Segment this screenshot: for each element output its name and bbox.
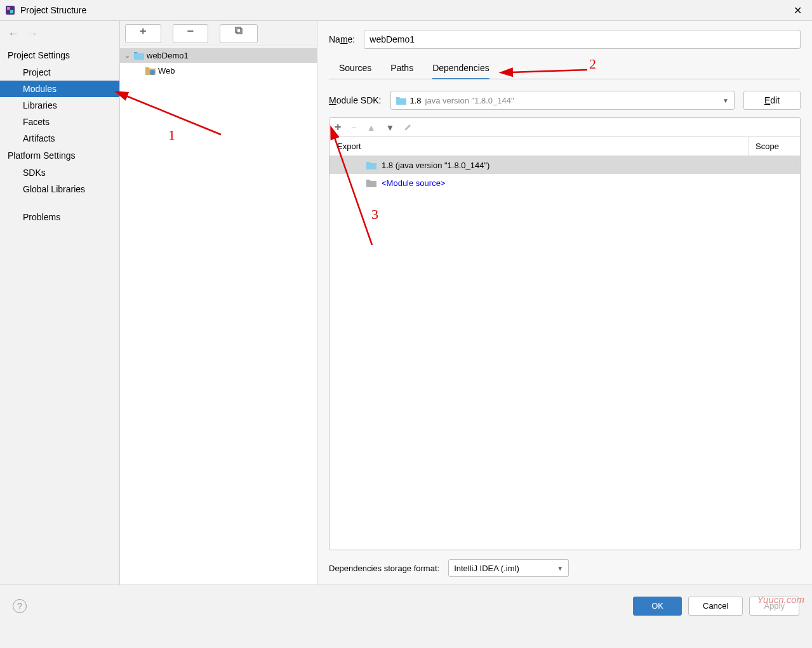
forward-icon[interactable]: → (27, 27, 38, 41)
dep-row-module-source[interactable]: <Module source> (329, 174, 800, 192)
name-label: Name: (329, 34, 355, 44)
watermark: Yuucn.com (757, 594, 804, 605)
dependencies-box: + − ▲ ▼ Export Scope 1.8 (java version "… (329, 117, 801, 550)
svg-rect-1 (7, 7, 10, 10)
tab-sources[interactable]: Sources (339, 58, 371, 79)
sdk-value: 1.8 (410, 96, 422, 105)
jdk-dep-icon (366, 161, 376, 169)
sdk-label: Module SDK: (329, 95, 382, 105)
chevron-down-icon[interactable]: ⌄ (123, 51, 131, 60)
dep-row-jdk[interactable]: 1.8 (java version "1.8.0_144") (329, 156, 800, 174)
annotation-label-3: 3 (371, 206, 378, 223)
storage-caret-icon: ▼ (557, 565, 563, 572)
module-folder-icon (134, 51, 144, 60)
footer: ? OK Cancel Apply (0, 585, 812, 626)
web-folder-icon (145, 66, 156, 75)
tabs: Sources Paths Dependencies (329, 58, 801, 79)
sdk-select[interactable]: 1.8 java version "1.8.0_144" ▼ (390, 91, 735, 110)
sidebar-item-problems[interactable]: Problems (0, 209, 119, 225)
tree-label-root: webDemo1 (147, 51, 189, 60)
module-tree-panel: + − ⌄ webDemo1 Web (120, 21, 317, 585)
app-icon (5, 5, 15, 15)
cancel-button[interactable]: Cancel (688, 597, 743, 616)
sidebar-item-modules[interactable]: Modules (0, 81, 119, 97)
svg-rect-2 (10, 10, 13, 13)
sdk-row: Module SDK: 1.8 java version "1.8.0_144"… (329, 91, 801, 110)
svg-rect-4 (237, 29, 242, 34)
jdk-folder-icon (396, 96, 406, 105)
detail-panel: Name: Sources Paths Dependencies Module … (317, 21, 812, 585)
remove-dependency-icon: − (352, 122, 357, 133)
edit-button[interactable]: Edit (743, 91, 801, 110)
close-icon[interactable]: ✕ (789, 4, 807, 17)
section-project-settings: Project Settings (0, 46, 119, 64)
col-export[interactable]: Export (329, 137, 749, 155)
add-module-icon[interactable]: + (125, 24, 161, 43)
tree-row-webdemo1[interactable]: ⌄ webDemo1 (120, 48, 317, 63)
copy-module-icon[interactable] (220, 24, 258, 43)
add-dependency-icon[interactable]: + (335, 121, 342, 134)
dropdown-caret-icon: ▼ (722, 97, 729, 104)
tab-dependencies[interactable]: Dependencies (432, 58, 489, 79)
svg-rect-5 (134, 52, 137, 53)
sidebar-item-sdks[interactable]: SDKs (0, 164, 119, 181)
main-area: ← → Project Settings Project Modules Lib… (0, 21, 812, 585)
tree-toolbar: + − (120, 21, 317, 46)
dep-label-source: <Module source> (382, 178, 445, 188)
sidebar: ← → Project Settings Project Modules Lib… (0, 21, 120, 585)
dep-header: Export Scope (329, 137, 800, 156)
remove-module-icon[interactable]: − (173, 24, 209, 43)
storage-select[interactable]: IntelliJ IDEA (.iml) ▼ (448, 559, 569, 577)
col-scope[interactable]: Scope (749, 137, 800, 155)
source-folder-icon (366, 178, 376, 187)
storage-label: Dependencies storage format: (329, 564, 439, 573)
titlebar: Project Structure ✕ (0, 0, 812, 21)
sidebar-item-artifacts[interactable]: Artifacts (0, 130, 119, 147)
move-down-icon[interactable]: ▼ (386, 122, 395, 133)
annotation-label-1: 1 (168, 127, 175, 143)
move-up-icon: ▲ (367, 122, 376, 133)
name-row: Name: (329, 30, 801, 49)
storage-row: Dependencies storage format: IntelliJ ID… (329, 550, 801, 579)
edit-dependency-icon (404, 122, 412, 133)
dep-toolbar: + − ▲ ▼ (329, 118, 800, 137)
svg-rect-3 (236, 27, 241, 32)
sidebar-item-global-libraries[interactable]: Global Libraries (0, 181, 119, 197)
sdk-desc: java version "1.8.0_144" (425, 96, 514, 105)
dep-label-jdk: 1.8 (java version "1.8.0_144") (382, 161, 489, 170)
window-title: Project Structure (20, 5, 86, 15)
annotation-label-2: 2 (589, 56, 596, 72)
nav-arrows: ← → (0, 21, 119, 46)
storage-value: IntelliJ IDEA (.iml) (454, 564, 519, 573)
sidebar-item-project[interactable]: Project (0, 64, 119, 81)
help-icon[interactable]: ? (13, 599, 27, 613)
section-platform-settings: Platform Settings (0, 147, 119, 164)
sidebar-item-facets[interactable]: Facets (0, 114, 119, 130)
svg-point-6 (150, 70, 155, 75)
tree-row-web[interactable]: Web (120, 63, 317, 78)
back-icon[interactable]: ← (8, 27, 19, 41)
tree-body: ⌄ webDemo1 Web (120, 46, 317, 585)
ok-button[interactable]: OK (633, 597, 682, 616)
tree-label-web: Web (158, 66, 175, 76)
tab-paths[interactable]: Paths (390, 58, 413, 79)
sidebar-item-libraries[interactable]: Libraries (0, 97, 119, 114)
name-input[interactable] (364, 30, 801, 49)
